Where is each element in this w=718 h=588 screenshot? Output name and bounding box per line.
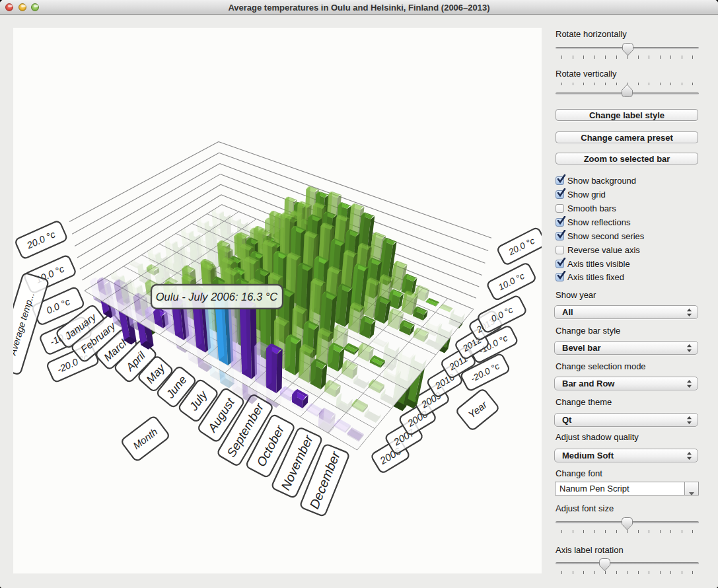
svg-text:Oulu - July 2006: 16.3 °C: Oulu - July 2006: 16.3 °C (156, 291, 278, 303)
